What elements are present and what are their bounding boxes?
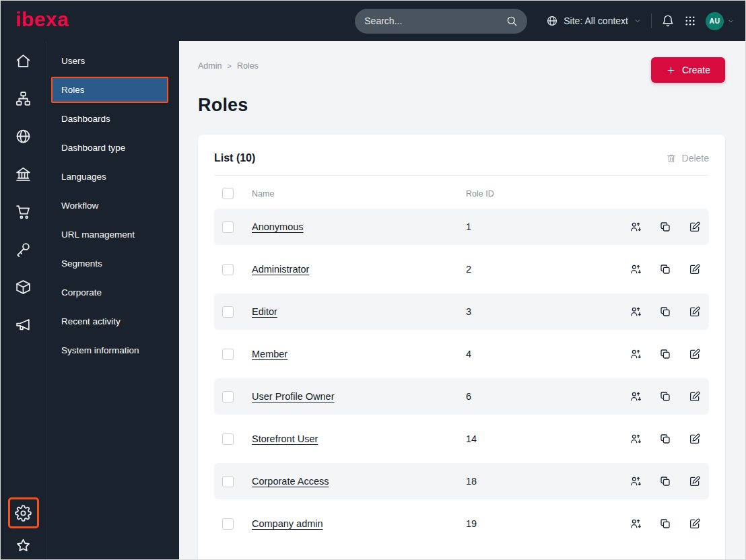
cart-icon [15,203,32,220]
sidebar-item-system-information[interactable]: System information [46,336,179,365]
sidebar-item-label: URL management [61,230,135,240]
copy-button[interactable] [659,390,671,403]
edit-button[interactable] [689,221,701,233]
table-body: Anonymous1Administrator2Editor3Member4Us… [214,209,709,542]
sidebar-item-roles[interactable]: Roles [51,77,168,103]
grid-dots-icon [684,15,696,27]
column-header-role-id: Role ID [466,189,607,199]
assign-users-icon [630,433,642,445]
edit-button[interactable] [689,475,701,487]
row-actions [607,306,701,318]
delete-button[interactable]: Delete [666,153,709,164]
table-row: Corporate Access18 [214,463,709,499]
edit-button[interactable] [689,433,701,445]
edit-button[interactable] [689,306,701,318]
row-checkbox[interactable] [222,433,234,445]
row-checkbox[interactable] [222,306,234,318]
sidebar-item-workflow[interactable]: Workflow [46,191,179,220]
rail-item-content-tree[interactable] [15,90,32,107]
row-checkbox[interactable] [222,221,234,233]
rail-item-building[interactable] [15,166,32,182]
copy-button[interactable] [659,263,671,275]
breadcrumb-item-admin[interactable]: Admin [198,61,222,71]
icon-rail-bottom [8,497,39,554]
permissions-icon [15,241,32,258]
table-row: Editor3 [214,293,709,330]
search-input[interactable] [364,15,506,26]
copy-button[interactable] [659,518,671,530]
column-header-name: Name [252,189,466,199]
assign-users-button[interactable] [630,348,642,360]
role-name-link[interactable]: Company admin [252,518,323,529]
row-checkbox[interactable] [222,476,234,487]
icon-rail [1,41,46,559]
rail-item-home[interactable] [15,53,32,69]
copy-button[interactable] [659,475,671,487]
edit-button[interactable] [689,390,701,403]
sidebar-item-label: Recent activity [61,316,121,326]
role-name-link[interactable]: Member [252,349,287,359]
user-menu[interactable]: AU [706,12,735,30]
site-context-selector[interactable]: Site: All context [546,15,642,27]
table-row: Member4 [214,336,709,372]
row-checkbox[interactable] [222,264,234,275]
copy-icon [659,348,671,360]
icon-rail-top [15,53,32,333]
search-icon [506,15,518,27]
edit-button[interactable] [689,263,701,275]
rail-item-cart[interactable] [15,203,32,220]
assign-users-button[interactable] [630,518,642,530]
role-name-link[interactable]: Administrator [252,264,309,275]
bell-icon [661,14,675,28]
select-all-checkbox[interactable] [222,188,234,199]
search-bar[interactable] [355,9,527,34]
copy-button[interactable] [659,221,671,233]
assign-users-icon [630,263,642,275]
sidebar-item-languages[interactable]: Languages [46,162,179,191]
row-checkbox[interactable] [222,349,234,360]
assign-users-button[interactable] [630,475,642,487]
rail-item-globe[interactable] [15,128,32,145]
copy-button[interactable] [659,433,671,445]
role-name-link[interactable]: Anonymous [252,221,304,232]
edit-icon [689,306,701,318]
breadcrumb-separator: > [227,62,231,70]
sidebar-item-segments[interactable]: Segments [46,249,179,278]
rail-item-marketing[interactable] [15,316,32,333]
sidebar-item-corporate[interactable]: Corporate [46,278,179,307]
notifications-button[interactable] [661,14,675,28]
sidebar-item-dashboard-type[interactable]: Dashboard type [46,133,179,162]
breadcrumb: Admin > Roles [198,57,259,71]
globe-icon [15,128,32,145]
role-name-link[interactable]: Storefront User [252,433,318,444]
copy-button[interactable] [659,348,671,360]
create-button[interactable]: Create [651,57,725,83]
role-name-link[interactable]: User Profile Owner [252,391,334,402]
row-checkbox[interactable] [222,391,234,403]
row-checkbox[interactable] [222,518,234,530]
rail-item-permissions[interactable] [15,241,32,258]
assign-users-button[interactable] [630,433,642,445]
rail-item-products[interactable] [15,279,32,295]
globe-icon [546,15,558,27]
rail-item-bookmarks[interactable] [15,537,32,554]
assign-users-button[interactable] [630,306,642,318]
table-row: Administrator2 [214,251,709,287]
role-name-link[interactable]: Editor [252,306,277,317]
list-title: List (10) [214,152,255,164]
apps-grid-button[interactable] [684,15,696,27]
sidebar-item-dashboards[interactable]: Dashboards [46,104,179,133]
edit-button[interactable] [689,518,701,530]
sidebar-item-recent-activity[interactable]: Recent activity [46,307,179,336]
role-name-link[interactable]: Corporate Access [252,476,329,487]
edit-button[interactable] [689,348,701,360]
assign-users-button[interactable] [630,221,642,233]
assign-users-button[interactable] [630,390,642,403]
sidebar-item-url-management[interactable]: URL management [46,220,179,249]
row-actions [607,221,701,233]
breadcrumb-item-roles[interactable]: Roles [237,61,259,71]
assign-users-button[interactable] [630,263,642,275]
sidebar-item-users[interactable]: Users [46,46,179,75]
rail-item-settings[interactable] [8,497,39,528]
copy-button[interactable] [659,306,671,318]
